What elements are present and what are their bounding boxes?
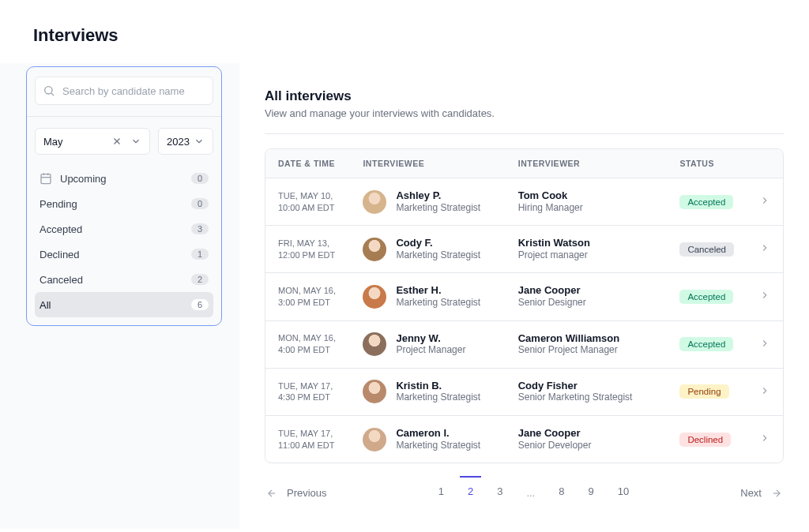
- previous-button[interactable]: Previous: [265, 487, 327, 499]
- row-date-line2: 12:00 PM EDT: [278, 249, 337, 261]
- interviewee-name: Kristin B.: [396, 380, 480, 392]
- page-9[interactable]: 9: [585, 481, 596, 505]
- filter-pending[interactable]: Pending0: [35, 191, 213, 216]
- col-date: DATE & TIME: [265, 149, 350, 178]
- month-select[interactable]: May: [35, 128, 150, 155]
- filter-label: Canceled: [40, 274, 83, 286]
- filter-canceled[interactable]: Canceled2: [35, 267, 213, 292]
- row-date-line1: TUE, MAY 17,: [278, 428, 337, 440]
- search-input[interactable]: [35, 77, 213, 105]
- svg-rect-4: [41, 174, 51, 184]
- interviewee-role: Marketing Strategist: [396, 440, 480, 452]
- filter-count: 0: [191, 173, 209, 184]
- chevron-right-icon: [759, 195, 770, 206]
- chevron-right-icon: [759, 290, 770, 301]
- main-subtitle: View and manage your interviews with can…: [265, 107, 784, 119]
- interviewer-name: Tom Cook: [518, 189, 655, 202]
- chevron-right-icon: [759, 433, 770, 444]
- avatar: [363, 332, 386, 356]
- col-interviewer: INTERVIEWER: [506, 149, 668, 178]
- interviewee-role: Marketing Strategist: [396, 392, 480, 404]
- table-row[interactable]: MON, MAY 16,3:00 PM EDTEsther H.Marketin…: [265, 273, 783, 320]
- interviewee-name: Cameron I.: [396, 427, 480, 440]
- chevron-right-icon: [759, 338, 770, 349]
- interviewee-role: Marketing Strategist: [396, 249, 480, 262]
- filter-label: Accepted: [40, 223, 82, 235]
- page-10[interactable]: 10: [615, 481, 632, 505]
- row-date-line1: MON, MAY 16,: [278, 332, 337, 344]
- arrow-left-icon: [265, 488, 279, 499]
- page-ellipsis: ...: [523, 482, 538, 504]
- page-8[interactable]: 8: [555, 481, 567, 505]
- filter-label: All: [40, 299, 51, 311]
- chevron-down-icon: [194, 136, 205, 147]
- status-badge: Declined: [679, 433, 731, 447]
- status-badge: Accepted: [679, 290, 733, 304]
- workspace: May 2023 Upcoming0Pending0Accepted3Decli…: [0, 63, 809, 529]
- filter-label: Pending: [40, 198, 77, 210]
- chevron-down-icon: [130, 136, 141, 147]
- row-date-line1: FRI, MAY 13,: [278, 238, 337, 249]
- next-button[interactable]: Next: [740, 487, 784, 499]
- interviewer-name: Jane Cooper: [518, 284, 655, 297]
- pagination: Previous 123...8910 Next: [265, 481, 784, 505]
- table-row[interactable]: TUE, MAY 17,4:30 PM EDTKristin B.Marketi…: [265, 369, 783, 416]
- interviewee-role: Marketing Strategist: [396, 202, 480, 215]
- chevron-right-icon: [759, 242, 770, 253]
- table-row[interactable]: MON, MAY 16,4:00 PM EDTJenny W.Project M…: [265, 321, 783, 369]
- page-3[interactable]: 3: [494, 481, 506, 505]
- filter-label: Upcoming: [60, 173, 107, 185]
- interviewer-role: Senior Marketing Strategist: [518, 392, 655, 404]
- avatar: [363, 428, 386, 451]
- clear-month-icon[interactable]: [111, 136, 122, 147]
- avatar: [363, 380, 386, 403]
- table-row[interactable]: TUE, MAY 17,11:00 AM EDTCameron I.Market…: [265, 416, 783, 463]
- interviewer-name: Jane Cooper: [518, 427, 655, 440]
- row-date-line2: 3:00 PM EDT: [278, 297, 337, 309]
- row-date-line2: 11:00 AM EDT: [278, 440, 337, 451]
- interviewer-name: Cameron Williamson: [518, 332, 655, 345]
- arrow-right-icon: [769, 488, 784, 499]
- calendar-icon: [40, 172, 52, 185]
- svg-line-1: [51, 93, 54, 96]
- status-badge: Accepted: [679, 337, 733, 351]
- filter-count: 2: [191, 274, 209, 285]
- table-row[interactable]: FRI, MAY 13,12:00 PM EDTCody F.Marketing…: [265, 226, 783, 273]
- divider: [265, 133, 784, 134]
- date-selects: May 2023: [35, 128, 213, 155]
- filter-accepted[interactable]: Accepted3: [35, 216, 213, 242]
- filter-list: Upcoming0Pending0Accepted3Declined1Cance…: [35, 166, 213, 317]
- year-select[interactable]: 2023: [158, 128, 213, 155]
- filter-count: 3: [191, 223, 209, 234]
- filter-count: 1: [191, 249, 209, 260]
- divider: [27, 116, 221, 117]
- interviewee-name: Esther H.: [396, 284, 480, 297]
- filter-count: 6: [191, 299, 209, 310]
- svg-point-0: [45, 87, 52, 94]
- search-wrap: [35, 77, 213, 105]
- month-value: May: [43, 136, 63, 148]
- filter-upcoming[interactable]: Upcoming0: [35, 166, 213, 191]
- row-date-line2: 4:00 PM EDT: [278, 344, 337, 356]
- filter-all[interactable]: All6: [35, 292, 213, 317]
- filter-declined[interactable]: Declined1: [35, 242, 213, 267]
- chevron-right-icon: [759, 385, 770, 396]
- row-date-line1: TUE, MAY 10,: [278, 190, 337, 202]
- interviewee-name: Jenny W.: [396, 332, 465, 345]
- interviewee-role: Marketing Strategist: [396, 297, 480, 309]
- row-date-line1: MON, MAY 16,: [278, 285, 337, 297]
- next-label: Next: [740, 487, 762, 499]
- page-1[interactable]: 1: [435, 481, 447, 505]
- interviewer-name: Kristin Watson: [518, 237, 655, 249]
- row-date-line2: 4:30 PM EDT: [278, 392, 337, 403]
- page-2[interactable]: 2: [465, 481, 476, 505]
- avatar: [363, 238, 386, 261]
- search-icon: [43, 84, 55, 97]
- filter-panel: May 2023 Upcoming0Pending0Accepted3Decli…: [26, 66, 222, 326]
- filter-count: 0: [191, 198, 209, 209]
- interviewer-name: Cody Fisher: [518, 380, 655, 392]
- status-badge: Accepted: [679, 195, 733, 209]
- table-row[interactable]: TUE, MAY 10,10:00 AM EDTAshley P.Marketi…: [265, 178, 783, 226]
- filter-label: Declined: [40, 249, 80, 260]
- interviewee-name: Ashley P.: [396, 189, 480, 202]
